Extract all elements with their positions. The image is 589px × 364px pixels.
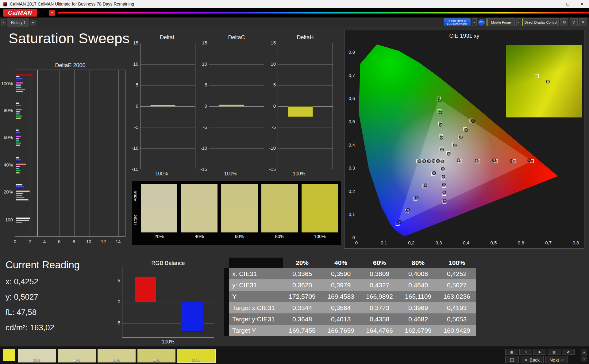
cie-x-tick-label: 0,6 bbox=[515, 240, 526, 245]
bottom-swatch-label: 20% bbox=[18, 358, 56, 362]
saturation-swatch-comparison: Actual Target 20%40%60%80%100% bbox=[132, 181, 341, 245]
bottom-swatch-60%[interactable]: 60% bbox=[98, 349, 136, 362]
table-cell: 160,9429 bbox=[437, 325, 476, 336]
deltah-gridline bbox=[278, 85, 333, 86]
comparison-swatch bbox=[261, 184, 298, 232]
bottom-swatch-80%[interactable]: 80% bbox=[137, 349, 175, 362]
tab-scroll-button[interactable]: ▸ bbox=[1, 19, 6, 26]
table-cell: 166,7659 bbox=[321, 325, 360, 336]
deltae-x-tick-label: 6 bbox=[55, 239, 64, 244]
cie-y-tick-label: 0,4 bbox=[345, 142, 355, 148]
deltae-bar bbox=[16, 184, 22, 186]
meter-button[interactable]: X-Rite i1Pro 2 LCD Direct View bbox=[444, 18, 471, 26]
add-tab-button[interactable]: + bbox=[30, 20, 36, 25]
table-cell: 0,4252 bbox=[437, 268, 476, 279]
close-button[interactable]: ✕ bbox=[575, 0, 589, 8]
back-button[interactable]: « Back bbox=[521, 356, 544, 363]
titlebar: CalMAN 2017 CalMAN Ultimate for Business… bbox=[0, 0, 589, 8]
cie-measured-blue bbox=[415, 196, 418, 199]
target-swatch bbox=[302, 208, 338, 232]
scroll-up-button[interactable]: ▴ bbox=[581, 349, 587, 355]
table-cell: 0,3365 bbox=[283, 268, 321, 279]
nav-save-button[interactable]: ▦ bbox=[548, 349, 560, 355]
help-button[interactable]: ? bbox=[570, 18, 578, 26]
bottom-swatch-20%[interactable]: 20% bbox=[18, 349, 56, 362]
deltae-bar bbox=[16, 117, 21, 119]
display-control-button[interactable]: Direct Display Control bbox=[522, 18, 559, 26]
next-button[interactable]: Next » bbox=[545, 356, 568, 363]
deltal-plot-area bbox=[140, 43, 195, 169]
next-label: Next bbox=[549, 357, 559, 362]
deltae-x-tick-label: 8 bbox=[69, 239, 79, 244]
nav-home-button[interactable]: ⌂ bbox=[519, 349, 532, 355]
calman-logo[interactable]: CalMAN bbox=[3, 9, 37, 17]
deltac-gridline bbox=[209, 106, 264, 107]
deltac-plot-area bbox=[209, 43, 264, 169]
cie-x-tick-label: 0,4 bbox=[461, 240, 472, 245]
scroll-down-button[interactable]: ▾ bbox=[581, 356, 587, 362]
target-swatch bbox=[221, 208, 258, 232]
deltae-x-tick-label: 12 bbox=[99, 239, 108, 244]
cie-measured-blue bbox=[406, 208, 410, 211]
settings-gear-button[interactable]: ⚙ bbox=[560, 18, 568, 26]
deltae-y-label: 100% bbox=[0, 81, 13, 86]
table-row-label: Y bbox=[229, 291, 283, 302]
deltae-bar bbox=[16, 163, 26, 165]
table-corner-label bbox=[229, 258, 283, 268]
deltal-y-tick-label: 10 bbox=[127, 61, 138, 67]
tab-history-1[interactable]: History 1 bbox=[7, 18, 29, 27]
bottom-swatch-40%[interactable]: 40% bbox=[58, 349, 96, 362]
deltae-bar bbox=[16, 197, 25, 198]
deltae-bar bbox=[16, 115, 22, 117]
deltal-y-tick-label: -15 bbox=[127, 167, 138, 172]
deltae-bar bbox=[16, 138, 19, 140]
current-reading-values: x: 0,4252y: 0,5027fL: 47,58cd/m²: 163,02 bbox=[6, 277, 98, 332]
deltae-bar bbox=[16, 144, 20, 146]
deltal-y-tick-label: 0 bbox=[127, 103, 138, 109]
cie-x-tick-label: 0,8 bbox=[570, 240, 581, 245]
source-dropdown-button[interactable]: ▾ bbox=[516, 18, 521, 26]
deltae-bar bbox=[16, 193, 23, 194]
maximize-button[interactable]: ▢ bbox=[561, 0, 575, 8]
table-row-strip bbox=[224, 302, 229, 313]
bottom-bar: 20%40%60%80%100% ▣⌂▶▦⟳ ▢ « Back Next » ▴… bbox=[0, 347, 589, 364]
bottom-swatch-100%[interactable]: 100% bbox=[177, 349, 215, 362]
cie-measured-yellow bbox=[453, 144, 456, 147]
table-column-header: 60% bbox=[360, 258, 399, 268]
table-cell: 0,3620 bbox=[283, 279, 321, 291]
deltal-y-tick-label: 15 bbox=[127, 40, 138, 45]
close-workflow-button[interactable]: ✕ bbox=[579, 18, 587, 26]
cie-y-tick-label: 0,1 bbox=[345, 212, 355, 217]
deltal-y-tick-label: 5 bbox=[127, 82, 138, 87]
cie-measured-red bbox=[510, 159, 513, 163]
deltae-y-label: 60% bbox=[0, 135, 13, 140]
minimize-button[interactable]: – bbox=[547, 0, 561, 8]
measurement-count-badge: 216 bbox=[478, 19, 485, 26]
actual-swatch bbox=[141, 184, 177, 208]
deltah-gridline bbox=[278, 128, 333, 128]
stop-button[interactable]: ▢ bbox=[505, 356, 519, 363]
cie-x-tick-label: 0,7 bbox=[543, 240, 554, 245]
nav-refresh-button[interactable]: ⟳ bbox=[562, 349, 575, 355]
back-label: Back bbox=[529, 357, 540, 362]
deltae-bar bbox=[16, 84, 21, 86]
table-column-header: 40% bbox=[321, 258, 360, 268]
source-button[interactable]: Mobile Forge bbox=[487, 18, 515, 26]
meter-dropdown-button[interactable]: ▾ bbox=[472, 18, 477, 26]
table-row-label: Target y:CIE31 bbox=[229, 313, 283, 325]
tab-bar: ▸ History 1 + X-Rite i1Pro 2 LCD Direct … bbox=[0, 17, 589, 27]
deltac-gridline bbox=[209, 64, 264, 65]
table-cell: 0,3344 bbox=[283, 302, 321, 313]
nav-play-button[interactable]: ▶ bbox=[533, 349, 546, 355]
measurement-table: 20%40%60%80%100%x: CIE310,33650,35900,38… bbox=[224, 258, 476, 336]
deltac-y-tick-label: 15 bbox=[195, 40, 207, 45]
cie-measured-blue bbox=[398, 220, 401, 224]
table-row: x: CIE310,33650,35900,38090,40060,4252 bbox=[224, 268, 476, 279]
nav-display-button[interactable]: ▣ bbox=[505, 349, 518, 355]
logo-dropdown-button[interactable]: ▼ bbox=[49, 10, 55, 16]
inset-measured-marker bbox=[546, 80, 550, 83]
target-row-label: Target bbox=[133, 208, 138, 232]
bottom-swatch-label: 60% bbox=[98, 358, 136, 362]
deltae-gridline bbox=[104, 70, 104, 236]
deltae-bar bbox=[16, 217, 30, 219]
